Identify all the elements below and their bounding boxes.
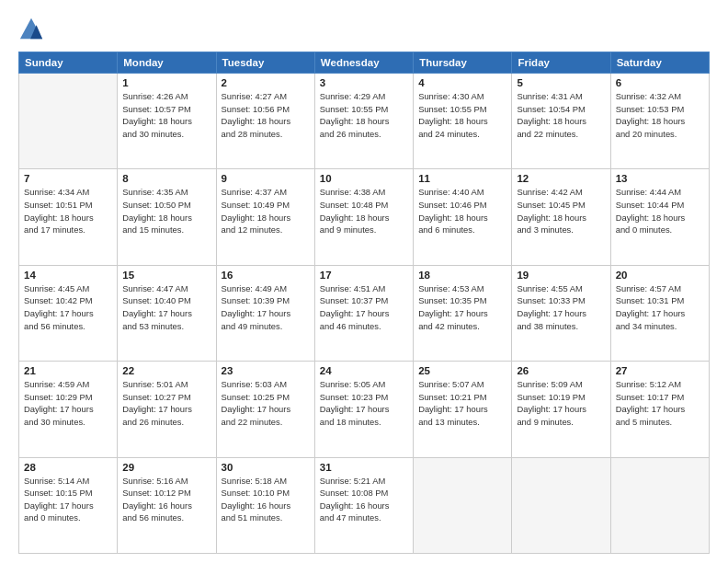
calendar-cell [414,457,512,553]
calendar-week-row: 14Sunrise: 4:45 AMSunset: 10:42 PMDaylig… [19,265,710,361]
calendar-header-wednesday: Wednesday [314,52,413,74]
calendar-header-row: SundayMondayTuesdayWednesdayThursdayFrid… [19,52,710,74]
day-number: 15 [122,270,210,281]
day-info: Sunrise: 4:35 AMSunset: 10:50 PMDaylight… [122,186,210,236]
calendar-cell: 27Sunrise: 5:12 AMSunset: 10:17 PMDaylig… [610,362,709,457]
day-info: Sunrise: 4:45 AMSunset: 10:42 PMDaylight… [24,282,112,333]
calendar-cell: 25Sunrise: 5:07 AMSunset: 10:21 PMDaylig… [414,362,512,457]
calendar-cell: 5Sunrise: 4:31 AMSunset: 10:54 PMDayligh… [512,74,610,169]
logo-icon [18,17,44,42]
calendar-cell [19,74,118,169]
day-info: Sunrise: 5:05 AMSunset: 10:23 PMDaylight… [320,378,408,429]
calendar-header-thursday: Thursday [414,52,512,74]
day-number: 3 [320,77,408,88]
calendar-cell: 22Sunrise: 5:01 AMSunset: 10:27 PMDaylig… [118,362,216,457]
day-number: 10 [320,173,408,184]
calendar-cell: 24Sunrise: 5:05 AMSunset: 10:23 PMDaylig… [314,362,413,457]
day-info: Sunrise: 5:07 AMSunset: 10:21 PMDaylight… [418,378,506,429]
calendar-cell: 3Sunrise: 4:29 AMSunset: 10:55 PMDayligh… [314,74,413,169]
day-number: 1 [122,77,210,88]
calendar-header-friday: Friday [512,52,610,74]
day-info: Sunrise: 4:53 AMSunset: 10:35 PMDaylight… [418,282,506,333]
day-info: Sunrise: 4:29 AMSunset: 10:55 PMDaylight… [320,90,408,141]
day-info: Sunrise: 5:09 AMSunset: 10:19 PMDaylight… [517,378,605,429]
day-number: 13 [616,173,704,184]
calendar-cell [610,457,709,553]
calendar-cell: 13Sunrise: 4:44 AMSunset: 10:44 PMDaylig… [610,169,709,265]
day-info: Sunrise: 4:57 AMSunset: 10:31 PMDaylight… [616,282,704,333]
day-number: 8 [122,173,210,184]
calendar-header-monday: Monday [118,52,216,74]
calendar-cell: 12Sunrise: 4:42 AMSunset: 10:45 PMDaylig… [512,169,610,265]
day-number: 4 [418,77,506,88]
calendar-cell: 14Sunrise: 4:45 AMSunset: 10:42 PMDaylig… [19,265,118,361]
day-number: 30 [222,462,310,473]
day-number: 16 [222,270,310,281]
day-info: Sunrise: 5:18 AMSunset: 10:10 PMDaylight… [222,475,310,525]
day-info: Sunrise: 4:42 AMSunset: 10:45 PMDaylight… [517,186,605,236]
calendar-week-row: 21Sunrise: 4:59 AMSunset: 10:29 PMDaylig… [19,362,710,457]
day-info: Sunrise: 4:59 AMSunset: 10:29 PMDaylight… [24,378,112,429]
calendar-cell: 31Sunrise: 5:21 AMSunset: 10:08 PMDaylig… [314,457,413,553]
day-number: 5 [517,77,605,88]
header [18,17,710,42]
day-info: Sunrise: 5:03 AMSunset: 10:25 PMDaylight… [222,378,310,429]
calendar-table: SundayMondayTuesdayWednesdayThursdayFrid… [18,52,710,554]
day-number: 14 [24,270,112,281]
day-info: Sunrise: 4:55 AMSunset: 10:33 PMDaylight… [517,282,605,333]
day-number: 28 [24,462,112,473]
calendar-cell: 26Sunrise: 5:09 AMSunset: 10:19 PMDaylig… [512,362,610,457]
calendar-cell: 9Sunrise: 4:37 AMSunset: 10:49 PMDayligh… [216,169,314,265]
day-number: 22 [122,365,210,376]
day-info: Sunrise: 4:38 AMSunset: 10:48 PMDaylight… [320,186,408,236]
day-number: 21 [24,365,112,376]
day-number: 25 [418,365,506,376]
day-number: 26 [517,365,605,376]
calendar-cell [512,457,610,553]
page: SundayMondayTuesdayWednesdayThursdayFrid… [0,0,728,563]
calendar-cell: 15Sunrise: 4:47 AMSunset: 10:40 PMDaylig… [118,265,216,361]
day-number: 24 [320,365,408,376]
day-info: Sunrise: 5:01 AMSunset: 10:27 PMDaylight… [122,378,210,429]
calendar-cell: 7Sunrise: 4:34 AMSunset: 10:51 PMDayligh… [19,169,118,265]
calendar-cell: 6Sunrise: 4:32 AMSunset: 10:53 PMDayligh… [610,74,709,169]
day-number: 20 [616,270,704,281]
day-info: Sunrise: 4:49 AMSunset: 10:39 PMDaylight… [222,282,310,333]
day-number: 23 [222,365,310,376]
calendar-cell: 17Sunrise: 4:51 AMSunset: 10:37 PMDaylig… [314,265,413,361]
calendar-cell: 16Sunrise: 4:49 AMSunset: 10:39 PMDaylig… [216,265,314,361]
calendar-cell: 18Sunrise: 4:53 AMSunset: 10:35 PMDaylig… [414,265,512,361]
calendar-cell: 8Sunrise: 4:35 AMSunset: 10:50 PMDayligh… [118,169,216,265]
calendar-cell: 20Sunrise: 4:57 AMSunset: 10:31 PMDaylig… [610,265,709,361]
day-info: Sunrise: 4:30 AMSunset: 10:55 PMDaylight… [418,90,506,141]
calendar-cell: 10Sunrise: 4:38 AMSunset: 10:48 PMDaylig… [314,169,413,265]
day-info: Sunrise: 4:32 AMSunset: 10:53 PMDaylight… [616,90,704,141]
day-info: Sunrise: 5:14 AMSunset: 10:15 PMDaylight… [24,475,112,525]
calendar-cell: 29Sunrise: 5:16 AMSunset: 10:12 PMDaylig… [118,457,216,553]
day-number: 17 [320,270,408,281]
calendar-week-row: 7Sunrise: 4:34 AMSunset: 10:51 PMDayligh… [19,169,710,265]
calendar-header-sunday: Sunday [19,52,118,74]
calendar-cell: 11Sunrise: 4:40 AMSunset: 10:46 PMDaylig… [414,169,512,265]
day-info: Sunrise: 4:44 AMSunset: 10:44 PMDaylight… [616,186,704,236]
day-info: Sunrise: 4:51 AMSunset: 10:37 PMDaylight… [320,282,408,333]
day-number: 2 [222,77,310,88]
day-number: 31 [320,462,408,473]
day-number: 29 [122,462,210,473]
calendar-cell: 4Sunrise: 4:30 AMSunset: 10:55 PMDayligh… [414,74,512,169]
day-number: 19 [517,270,605,281]
day-info: Sunrise: 5:16 AMSunset: 10:12 PMDaylight… [122,475,210,525]
day-info: Sunrise: 4:31 AMSunset: 10:54 PMDaylight… [517,90,605,141]
logo [18,17,48,42]
day-info: Sunrise: 5:12 AMSunset: 10:17 PMDaylight… [616,378,704,429]
day-number: 7 [24,173,112,184]
day-number: 27 [616,365,704,376]
day-info: Sunrise: 4:26 AMSunset: 10:57 PMDaylight… [122,90,210,141]
day-number: 6 [616,77,704,88]
calendar-header-saturday: Saturday [610,52,709,74]
day-number: 9 [222,173,310,184]
calendar-header-tuesday: Tuesday [216,52,314,74]
calendar-cell: 2Sunrise: 4:27 AMSunset: 10:56 PMDayligh… [216,74,314,169]
calendar-cell: 30Sunrise: 5:18 AMSunset: 10:10 PMDaylig… [216,457,314,553]
day-number: 18 [418,270,506,281]
